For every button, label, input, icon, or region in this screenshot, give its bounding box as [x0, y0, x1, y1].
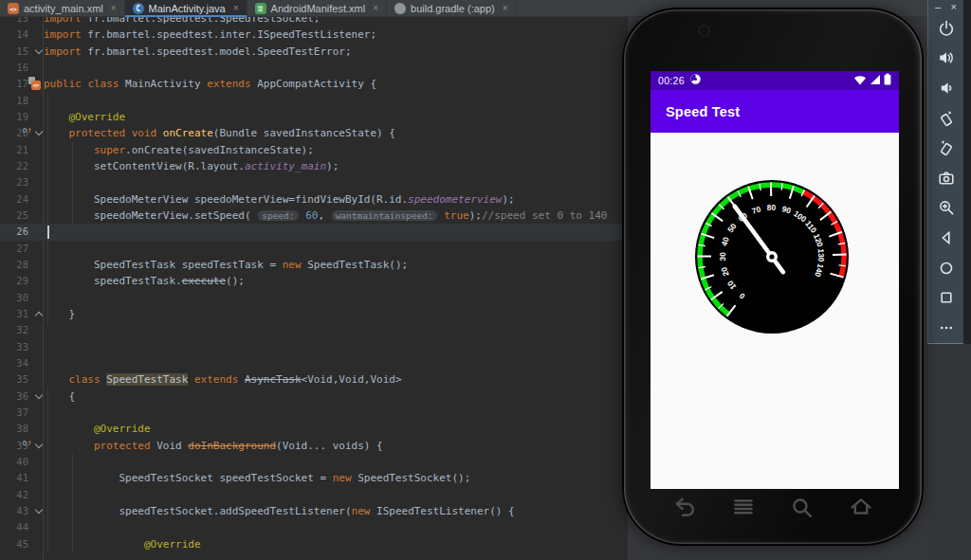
fold-up-icon[interactable] — [35, 312, 43, 319]
emulator-screenshot-button[interactable] — [928, 163, 963, 193]
code-text: SpeedoMeterView speedoMeterView=findView… — [44, 191, 515, 208]
code-text: speedTestSocket.addSpeedTestListener(new… — [44, 503, 515, 519]
phone-back-button[interactable] — [672, 496, 697, 520]
code-line-29: 29 speedTestTask.execute(); — [0, 273, 628, 289]
fold-down-icon[interactable] — [35, 506, 43, 514]
code-text: speedoMeterView.setSpeed( speed: 60, wan… — [44, 208, 607, 224]
code-line-19: 19 @Override — [0, 109, 628, 125]
code-line-41: 41 SpeedTestSocket speedTestSocket = new… — [0, 470, 628, 486]
line-number: 43 — [0, 503, 44, 519]
line-number: 25 — [0, 208, 44, 224]
emulator-back-button[interactable] — [928, 223, 963, 253]
code-text: } — [44, 306, 75, 322]
code-line-36: 36 { — [0, 388, 628, 405]
code-text: import fr.bmartel.speedtest.inter.ISpeed… — [44, 27, 376, 43]
line-number: 26 — [0, 224, 44, 240]
tab-close-icon[interactable]: × — [233, 4, 239, 13]
code-line-25: 25 speedoMeterView.setSpeed( speed: 60, … — [0, 208, 628, 224]
tab-build-gradle-app-[interactable]: build.gradle (:app)× — [387, 0, 517, 17]
code-line-32: 32 — [0, 322, 628, 338]
code-text: public class MainActivity extends AppCom… — [44, 76, 376, 92]
emulator-volume-down-button[interactable] — [928, 73, 963, 103]
search-icon — [790, 496, 815, 520]
line-number: 38 — [0, 421, 44, 437]
volume-up-icon — [938, 49, 955, 66]
emulator-rotate-right-button[interactable] — [928, 133, 963, 163]
code-line-26: 26 — [0, 224, 628, 240]
back-icon — [672, 496, 697, 520]
home-icon — [849, 496, 873, 520]
xml-layout-file-icon: <> — [8, 3, 19, 14]
manifest-file-icon: ≡ — [255, 3, 266, 14]
app-bar: Speed Test — [650, 90, 899, 133]
emulator-phone: 00:26 Speed Test 01020304050607080901001… — [622, 8, 924, 546]
phone-screen[interactable]: 00:26 Speed Test 01020304050607080901001… — [650, 71, 899, 489]
line-number: 32 — [0, 322, 44, 338]
tab-label: activity_main.xml — [24, 3, 103, 14]
code-line-17: 17<>public class MainActivity extends Ap… — [0, 76, 628, 92]
code-text: import fr.bmartel.speedtest.SpeedTestSoc… — [44, 17, 320, 27]
tab-close-icon[interactable]: × — [503, 4, 508, 13]
phone-nav-buttons — [622, 496, 924, 520]
emulator-volume-up-button[interactable] — [928, 44, 963, 74]
tab-androidmanifest-xml[interactable]: ≡AndroidManifest.xml× — [247, 0, 388, 17]
front-camera-icon — [700, 27, 708, 35]
code-line-18: 18 — [0, 93, 628, 109]
class-file-icon: <> — [28, 77, 41, 90]
fold-down-icon[interactable] — [35, 45, 43, 53]
code-line-14: 14import fr.bmartel.speedtest.inter.ISpe… — [0, 27, 628, 43]
rotate-right-icon — [938, 139, 955, 156]
code-line-13: 13import fr.bmartel.speedtest.SpeedTestS… — [0, 17, 628, 27]
override-icon: o↑ — [22, 126, 32, 135]
code-text: speedTestTask.execute(); — [44, 273, 245, 289]
code-text: @Override — [44, 421, 151, 437]
emulator-zoom-button[interactable] — [928, 193, 963, 224]
line-number: 21 — [0, 142, 44, 158]
phone-menu-button[interactable] — [731, 496, 756, 520]
phone-home-button[interactable] — [849, 496, 873, 520]
tab-close-icon[interactable]: × — [373, 4, 378, 13]
emulator-rotate-left-button[interactable] — [928, 103, 963, 134]
code-editor[interactable]: 13import fr.bmartel.speedtest.SpeedTestS… — [0, 17, 628, 560]
code-text: setContentView(R.layout.activity_main); — [44, 158, 339, 174]
line-number: 41 — [0, 470, 44, 486]
code-line-28: 28 SpeedTestTask speedTestTask = new Spe… — [0, 257, 628, 273]
fold-down-icon[interactable] — [35, 390, 43, 398]
code-line-40: 40 — [0, 454, 628, 470]
line-number: 23 — [0, 174, 44, 190]
emulator-power-button[interactable] — [928, 13, 963, 44]
code-line-23: 23 — [0, 174, 628, 190]
code-line-20: 20o↑ protected void onCreate(Bundle save… — [0, 125, 628, 141]
code-text: @Override — [44, 536, 201, 552]
line-number: 13 — [0, 17, 44, 27]
emulator-minimize-button[interactable]: – — [935, 2, 941, 12]
emulator-more-button[interactable] — [928, 313, 963, 343]
line-number: 27 — [0, 241, 44, 257]
rotate-left-icon — [938, 110, 955, 127]
code-line-16: 16 — [0, 60, 628, 76]
status-bar-clock: 00:26 — [658, 75, 685, 86]
line-number: 33 — [0, 339, 44, 355]
tab-activity-main-xml[interactable]: <>activity_main.xml× — [0, 0, 125, 17]
zoom-icon — [938, 199, 955, 216]
tab-mainactivity-java[interactable]: CMainActivity.java× — [125, 0, 247, 17]
text-caret — [47, 226, 49, 239]
emulator-close-button[interactable]: × — [951, 2, 957, 12]
line-number: 42 — [0, 487, 44, 503]
code-line-44: 44 — [0, 519, 628, 535]
emulator-overview-button[interactable] — [928, 282, 963, 313]
fold-down-icon[interactable] — [35, 128, 43, 135]
phone-search-button[interactable] — [790, 496, 815, 520]
tab-close-icon[interactable]: × — [111, 4, 117, 13]
svg-text:130: 130 — [816, 248, 826, 262]
more-icon — [938, 319, 955, 336]
code-line-43: 43 speedTestSocket.addSpeedTestListener(… — [0, 503, 628, 519]
line-number: 19 — [0, 109, 44, 125]
emulator-home-button[interactable] — [928, 253, 963, 283]
profile-badge-icon — [689, 72, 702, 89]
line-number: 20o↑ — [0, 125, 44, 141]
android-studio-window: <>activity_main.xml×CMainActivity.java×≡… — [0, 0, 971, 560]
code-line-33: 33 — [0, 339, 628, 355]
fold-down-icon[interactable] — [35, 440, 43, 447]
code-text: protected Void doInBackground(Void... vo… — [44, 438, 383, 454]
